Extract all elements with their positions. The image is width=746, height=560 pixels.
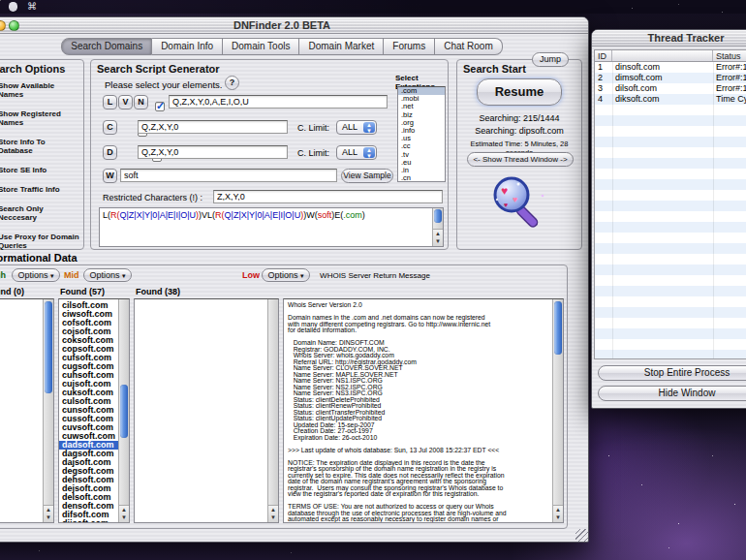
- d-limit-select[interactable]: ALL▲▼: [336, 145, 377, 160]
- window-title: DNFinder 2.0 BETA: [0, 17, 588, 33]
- extension-item[interactable]: .cn: [398, 174, 445, 182]
- restricted-characters-input[interactable]: [213, 190, 443, 203]
- found-list1[interactable]: ▲▼: [0, 298, 54, 523]
- letter-button-l[interactable]: L: [103, 95, 117, 109]
- script-scrollbar[interactable]: ▲▼: [432, 208, 443, 246]
- d-limit-value: ALL: [342, 147, 357, 157]
- apple-menu-icon[interactable]: [9, 2, 17, 12]
- letter-button-v[interactable]: V: [118, 95, 133, 109]
- column-domain[interactable]: [612, 50, 713, 61]
- tab[interactable]: Domain Tools: [223, 38, 299, 55]
- whois-header-label: WHOIS Server Return Message: [293, 271, 457, 280]
- thread-domain: dimsoft.com: [612, 73, 713, 83]
- script-segment: W(: [306, 210, 318, 220]
- resume-button[interactable]: Resume: [477, 78, 562, 106]
- options-label: Options: [17, 270, 47, 280]
- found-list2-label: Found (57): [60, 287, 105, 296]
- option-checkbox-row[interactable]: Show Registered Names: [0, 109, 81, 127]
- list3-scrollbar[interactable]: ▲▼: [267, 299, 278, 522]
- column-id[interactable]: ID: [595, 50, 612, 61]
- search-start-panel: Search Start Resume Searching: 215/1444 …: [456, 59, 582, 250]
- show-thread-window-button[interactable]: <- Show Thread Window ->: [467, 152, 574, 167]
- letter-button-c[interactable]: C: [103, 120, 117, 135]
- scroll-thumb[interactable]: [120, 385, 128, 438]
- row-c-characters-input[interactable]: [138, 120, 288, 134]
- option-checkbox-row[interactable]: Store Info To Database: [0, 138, 81, 155]
- scroll-arrows-icon[interactable]: ▲▼: [553, 505, 563, 522]
- scroll-thumb[interactable]: [554, 301, 562, 355]
- search-options-panel: Search Options Show Available NamesShow …: [0, 59, 84, 250]
- row1-characters-input[interactable]: [169, 95, 388, 109]
- script-segment: soft: [318, 210, 332, 220]
- hide-window-button[interactable]: Hide Window: [598, 386, 746, 401]
- domain-item[interactable]: dijsoft.com: [59, 519, 118, 522]
- scroll-arrows-icon[interactable]: ▲▼: [433, 229, 443, 246]
- scroll-thumb[interactable]: [434, 209, 442, 223]
- option-checkbox-row[interactable]: Search Only Neccesary: [0, 204, 81, 222]
- option-checkbox-row[interactable]: Store Traffic Info: [0, 185, 81, 194]
- popup-arrows-icon: ▲▼: [363, 147, 375, 158]
- script-text: L(R(Q|Z|X|Y|0|A|E|I|O|U))VL(R(Q|Z|X|Y|0|…: [100, 208, 431, 223]
- script-segment: E(: [334, 210, 343, 220]
- script-generator-panel: Search Script Generator Please select yo…: [90, 59, 449, 250]
- tab[interactable]: Search Domains: [61, 38, 152, 55]
- tracker-titlebar[interactable]: Thread Tracker: [592, 30, 746, 47]
- thread-id: 1: [595, 62, 612, 73]
- letter-button-d[interactable]: D: [103, 145, 117, 160]
- thread-id: 3: [595, 83, 612, 94]
- thread-row[interactable]: 2 dimsoft.com Error#:102: [595, 73, 746, 83]
- instruction-text: Please select your elements.: [105, 79, 222, 90]
- letter-button-n[interactable]: N: [134, 95, 148, 109]
- script-segment: .com: [343, 210, 362, 220]
- mid-options-button[interactable]: Options ▾: [83, 268, 132, 282]
- scroll-thumb[interactable]: [45, 301, 52, 393]
- c-limit-select[interactable]: ALL▲▼: [336, 120, 377, 135]
- word-input[interactable]: [120, 169, 337, 182]
- jump-button[interactable]: Jump: [532, 52, 569, 67]
- whois-scrollbar[interactable]: ▲▼: [552, 299, 563, 522]
- thread-row[interactable]: 3 dilsoft.com Error#:102: [595, 83, 746, 94]
- script-output-area[interactable]: L(R(Q|Z|X|Y|0|A|E|I|O|U))VL(R(Q|Z|X|Y|0|…: [99, 207, 444, 247]
- scroll-arrows-icon[interactable]: ▲▼: [44, 505, 53, 522]
- app-menu-icon[interactable]: ⌘: [27, 0, 37, 14]
- script-generator-title: Search Script Generator: [97, 63, 220, 75]
- svg-text:♥: ♥: [513, 195, 517, 204]
- scroll-arrows-icon[interactable]: ▲▼: [119, 505, 129, 522]
- script-segment: R(: [215, 210, 225, 220]
- found-list3[interactable]: ▲▼: [134, 298, 279, 523]
- main-titlebar[interactable]: DNFinder 2.0 BETA: [0, 17, 588, 34]
- view-sample-button[interactable]: View Sample: [341, 169, 393, 183]
- thread-id: 4: [595, 94, 612, 105]
- column-status[interactable]: Status: [713, 50, 746, 61]
- row-d-characters-input[interactable]: [138, 145, 288, 159]
- tab[interactable]: Forums: [384, 38, 435, 55]
- thread-status: Error#:102: [713, 73, 746, 83]
- svg-text:♥: ♥: [504, 202, 508, 208]
- row1-checkbox[interactable]: [155, 102, 165, 111]
- tab[interactable]: Domain Info: [152, 38, 223, 55]
- stop-process-button[interactable]: Stop Entire Process: [598, 365, 746, 381]
- scroll-arrows-icon[interactable]: ▲▼: [268, 505, 278, 522]
- help-button[interactable]: ?: [225, 76, 239, 90]
- letter-button-w[interactable]: W: [103, 169, 117, 183]
- thread-row[interactable]: 4 diksoft.com Time Cycle E: [595, 94, 746, 105]
- resize-grip[interactable]: [575, 529, 588, 542]
- option-label: Use Proxy for Domain Queries: [0, 233, 79, 250]
- list1-scrollbar[interactable]: ▲▼: [43, 299, 53, 522]
- found-list2[interactable]: cilsoft.comciwsoft.comcofsoft.comcojsoft…: [58, 298, 130, 523]
- thread-row[interactable]: 1 dinsoft.com Error#:102: [595, 62, 746, 73]
- high-options-button[interactable]: Options ▾: [12, 268, 60, 282]
- list2-scrollbar[interactable]: ▲▼: [118, 299, 129, 522]
- thread-id: 2: [595, 73, 612, 83]
- option-checkbox-row[interactable]: Show Available Names: [0, 81, 81, 99]
- option-checkbox-row[interactable]: Use Proxy for Domain Queries: [0, 233, 81, 250]
- popup-arrows-icon: ▲▼: [363, 122, 375, 133]
- thread-status: Error#:102: [713, 62, 746, 73]
- option-checkbox-row[interactable]: Store SE Info: [0, 166, 81, 174]
- low-priority-label: Low: [242, 270, 260, 280]
- tab[interactable]: Domain Market: [299, 38, 384, 55]
- tab[interactable]: Chat Room: [435, 38, 503, 55]
- search-start-title: Search Start: [463, 63, 526, 75]
- option-label: Show Available Names: [0, 81, 54, 99]
- zoom-button[interactable]: [9, 20, 19, 31]
